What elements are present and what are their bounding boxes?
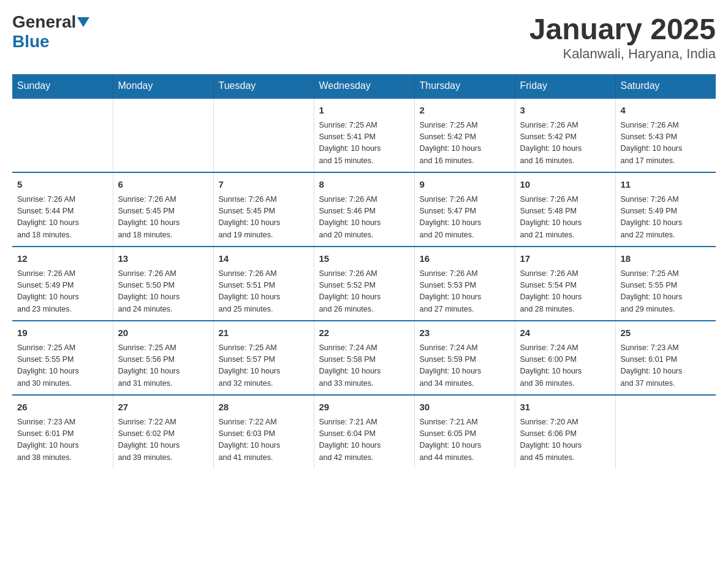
weekday-header-row: SundayMondayTuesdayWednesdayThursdayFrid… [12,74,716,98]
day-info: Sunrise: 7:21 AM Sunset: 6:04 PM Dayligh… [319,416,409,464]
calendar-cell: 23Sunrise: 7:24 AM Sunset: 5:59 PM Dayli… [414,321,515,395]
day-number: 23 [420,326,510,340]
day-info: Sunrise: 7:25 AM Sunset: 5:57 PM Dayligh… [219,342,309,390]
calendar-cell [213,98,314,172]
calendar-cell: 3Sunrise: 7:26 AM Sunset: 5:42 PM Daylig… [515,98,615,172]
calendar-week-row: 26Sunrise: 7:23 AM Sunset: 6:01 PM Dayli… [12,395,716,469]
day-info: Sunrise: 7:25 AM Sunset: 5:55 PM Dayligh… [17,342,108,390]
weekday-header-tuesday: Tuesday [213,74,314,98]
day-info: Sunrise: 7:26 AM Sunset: 5:52 PM Dayligh… [319,268,409,316]
calendar-table: SundayMondayTuesdayWednesdayThursdayFrid… [12,74,716,469]
calendar-cell: 29Sunrise: 7:21 AM Sunset: 6:04 PM Dayli… [314,395,414,469]
calendar-cell: 5Sunrise: 7:26 AM Sunset: 5:44 PM Daylig… [12,172,113,247]
day-number: 18 [621,252,711,266]
day-number: 19 [17,326,108,340]
day-info: Sunrise: 7:24 AM Sunset: 5:58 PM Dayligh… [319,342,409,390]
day-number: 6 [118,178,208,192]
weekday-header-sunday: Sunday [12,74,113,98]
day-info: Sunrise: 7:26 AM Sunset: 5:43 PM Dayligh… [621,120,711,167]
day-info: Sunrise: 7:24 AM Sunset: 5:59 PM Dayligh… [420,342,510,390]
day-number: 7 [219,178,309,192]
day-info: Sunrise: 7:26 AM Sunset: 5:48 PM Dayligh… [520,194,610,242]
calendar-cell: 15Sunrise: 7:26 AM Sunset: 5:52 PM Dayli… [314,247,414,321]
calendar-cell: 31Sunrise: 7:20 AM Sunset: 6:06 PM Dayli… [515,395,615,469]
calendar-cell: 2Sunrise: 7:25 AM Sunset: 5:42 PM Daylig… [414,98,515,172]
calendar-cell [113,98,213,172]
day-number: 11 [621,178,711,192]
day-info: Sunrise: 7:26 AM Sunset: 5:45 PM Dayligh… [118,194,208,242]
weekday-header-wednesday: Wednesday [314,74,414,98]
day-number: 2 [420,104,510,118]
calendar-week-row: 12Sunrise: 7:26 AM Sunset: 5:49 PM Dayli… [12,247,716,321]
day-info: Sunrise: 7:25 AM Sunset: 5:55 PM Dayligh… [621,268,711,316]
day-number: 28 [219,400,309,415]
day-info: Sunrise: 7:26 AM Sunset: 5:47 PM Dayligh… [420,194,510,242]
calendar-cell: 7Sunrise: 7:26 AM Sunset: 5:45 PM Daylig… [213,172,314,247]
day-info: Sunrise: 7:26 AM Sunset: 5:50 PM Dayligh… [118,268,208,316]
day-info: Sunrise: 7:25 AM Sunset: 5:41 PM Dayligh… [319,120,409,167]
calendar-cell: 20Sunrise: 7:25 AM Sunset: 5:56 PM Dayli… [113,321,213,395]
calendar-cell: 30Sunrise: 7:21 AM Sunset: 6:05 PM Dayli… [414,395,515,469]
day-info: Sunrise: 7:23 AM Sunset: 6:01 PM Dayligh… [17,416,108,464]
calendar-cell: 26Sunrise: 7:23 AM Sunset: 6:01 PM Dayli… [12,395,113,469]
day-info: Sunrise: 7:26 AM Sunset: 5:54 PM Dayligh… [520,268,610,316]
logo-general-text: General [12,12,76,32]
day-info: Sunrise: 7:20 AM Sunset: 6:06 PM Dayligh… [520,416,610,464]
day-info: Sunrise: 7:21 AM Sunset: 6:05 PM Dayligh… [420,416,510,464]
day-info: Sunrise: 7:22 AM Sunset: 6:03 PM Dayligh… [219,416,309,464]
day-info: Sunrise: 7:26 AM Sunset: 5:45 PM Dayligh… [219,194,309,242]
calendar-header: SundayMondayTuesdayWednesdayThursdayFrid… [12,74,716,98]
day-number: 8 [319,178,409,192]
day-info: Sunrise: 7:26 AM Sunset: 5:51 PM Dayligh… [219,268,309,316]
day-number: 14 [219,252,309,266]
calendar-cell [12,98,113,172]
calendar-cell: 16Sunrise: 7:26 AM Sunset: 5:53 PM Dayli… [414,247,515,321]
day-number: 1 [319,104,409,118]
day-number: 17 [520,252,610,266]
day-number: 30 [420,400,510,415]
day-number: 24 [520,326,610,340]
calendar-week-row: 5Sunrise: 7:26 AM Sunset: 5:44 PM Daylig… [12,172,716,247]
calendar-cell: 8Sunrise: 7:26 AM Sunset: 5:46 PM Daylig… [314,172,414,247]
calendar-week-row: 19Sunrise: 7:25 AM Sunset: 5:55 PM Dayli… [12,321,716,395]
day-number: 12 [17,252,108,266]
day-info: Sunrise: 7:26 AM Sunset: 5:42 PM Dayligh… [520,120,610,167]
logo: General Blue [12,12,91,52]
calendar-cell: 1Sunrise: 7:25 AM Sunset: 5:41 PM Daylig… [314,98,414,172]
page-header: General Blue January 2025 Kalanwali, Har… [12,12,716,62]
day-info: Sunrise: 7:25 AM Sunset: 5:42 PM Dayligh… [420,120,510,167]
day-number: 25 [621,326,711,340]
calendar-cell: 11Sunrise: 7:26 AM Sunset: 5:49 PM Dayli… [615,172,716,247]
calendar-cell: 27Sunrise: 7:22 AM Sunset: 6:02 PM Dayli… [113,395,213,469]
calendar-cell: 21Sunrise: 7:25 AM Sunset: 5:57 PM Dayli… [213,321,314,395]
weekday-header-saturday: Saturday [615,74,716,98]
day-number: 4 [621,104,711,118]
calendar-cell: 9Sunrise: 7:26 AM Sunset: 5:47 PM Daylig… [414,172,515,247]
day-info: Sunrise: 7:24 AM Sunset: 6:00 PM Dayligh… [520,342,610,390]
calendar-cell: 13Sunrise: 7:26 AM Sunset: 5:50 PM Dayli… [113,247,213,321]
day-info: Sunrise: 7:22 AM Sunset: 6:02 PM Dayligh… [118,416,208,464]
day-info: Sunrise: 7:25 AM Sunset: 5:56 PM Dayligh… [118,342,208,390]
day-number: 26 [17,400,108,415]
calendar-cell: 10Sunrise: 7:26 AM Sunset: 5:48 PM Dayli… [515,172,615,247]
day-number: 9 [420,178,510,192]
day-number: 13 [118,252,208,266]
day-info: Sunrise: 7:26 AM Sunset: 5:53 PM Dayligh… [420,268,510,316]
calendar-week-row: 1Sunrise: 7:25 AM Sunset: 5:41 PM Daylig… [12,98,716,172]
logo-blue-text: Blue [12,32,50,52]
calendar-cell: 18Sunrise: 7:25 AM Sunset: 5:55 PM Dayli… [615,247,716,321]
calendar-cell: 25Sunrise: 7:23 AM Sunset: 6:01 PM Dayli… [615,321,716,395]
calendar-body: 1Sunrise: 7:25 AM Sunset: 5:41 PM Daylig… [12,98,716,469]
calendar-cell: 4Sunrise: 7:26 AM Sunset: 5:43 PM Daylig… [615,98,716,172]
calendar-subtitle: Kalanwali, Haryana, India [529,46,716,62]
day-number: 29 [319,400,409,415]
day-info: Sunrise: 7:23 AM Sunset: 6:01 PM Dayligh… [621,342,711,390]
day-info: Sunrise: 7:26 AM Sunset: 5:49 PM Dayligh… [17,268,108,316]
day-number: 20 [118,326,208,340]
weekday-header-thursday: Thursday [414,74,515,98]
day-info: Sunrise: 7:26 AM Sunset: 5:44 PM Dayligh… [17,194,108,242]
title-block: January 2025 Kalanwali, Haryana, India [529,12,716,62]
day-info: Sunrise: 7:26 AM Sunset: 5:46 PM Dayligh… [319,194,409,242]
calendar-cell: 14Sunrise: 7:26 AM Sunset: 5:51 PM Dayli… [213,247,314,321]
logo-triangle-icon [77,17,89,27]
